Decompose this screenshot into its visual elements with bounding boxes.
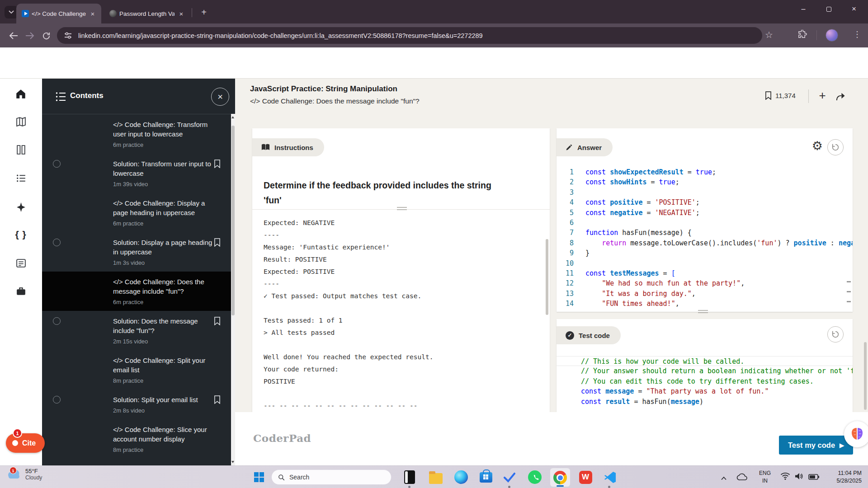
- window-maximize-button[interactable]: [818, 0, 839, 18]
- taskbar-app-dark[interactable]: [402, 470, 417, 484]
- windows-start-button[interactable]: [254, 472, 264, 482]
- bookmark-icon[interactable]: [214, 238, 221, 249]
- list-icon[interactable]: [10, 168, 31, 188]
- volume-icon[interactable]: [794, 472, 803, 482]
- contents-item-practice[interactable]: </> Code Challenge: Split your email lis…: [42, 350, 235, 389]
- language-indicator[interactable]: ENG IN: [756, 469, 774, 485]
- battery-icon[interactable]: [808, 474, 819, 482]
- clock[interactable]: 11:04 PM 5/28/2025: [836, 469, 862, 485]
- contents-close-button[interactable]: ×: [211, 88, 229, 106]
- test-my-code-button[interactable]: Test my code ▶: [779, 436, 853, 455]
- code-line[interactable]: // You can edit this code to try differe…: [557, 376, 853, 386]
- whatsapp-icon[interactable]: [528, 470, 542, 484]
- code-line[interactable]: 5const negative = 'NEGATIVE';: [557, 208, 853, 218]
- code-line[interactable]: 2const showHints = true;: [557, 177, 853, 187]
- tab-answer[interactable]: Answer: [557, 138, 613, 156]
- contents-item-video[interactable]: Solution: Display a page heading in uppe…: [42, 232, 235, 272]
- article-icon[interactable]: [10, 253, 31, 273]
- bookmark-icon[interactable]: [214, 317, 221, 327]
- code-line[interactable]: 1const showExpectedResult = true;: [557, 167, 853, 177]
- sparkle-icon[interactable]: [10, 197, 31, 217]
- bookmark-button[interactable]: 11,374: [765, 91, 796, 100]
- code-line[interactable]: 13 "It was a boring day.",: [557, 289, 853, 299]
- tab-close-icon[interactable]: ×: [177, 9, 185, 18]
- tray-chevron-up-icon[interactable]: [721, 474, 727, 482]
- cite-button[interactable]: Cite: [6, 433, 45, 453]
- contents-item-practice[interactable]: </> Code Challenge: Does the message inc…: [42, 272, 235, 311]
- code-line[interactable]: 8 return message.toLowerCase().includes(…: [557, 238, 853, 248]
- code-line[interactable]: 12 "We had so much fun at the party!",: [557, 278, 853, 288]
- code-line[interactable]: 11const testMessages = [: [557, 268, 853, 278]
- w-app-icon[interactable]: W: [578, 470, 593, 484]
- code-line[interactable]: // Your answer should return a boolean i…: [557, 366, 853, 376]
- code-braces-icon[interactable]: { }: [10, 224, 31, 245]
- resize-handle[interactable]: [397, 207, 407, 211]
- code-line[interactable]: const result = hasFun(message): [557, 397, 853, 407]
- tab-close-icon[interactable]: ×: [89, 9, 97, 18]
- scroll-down-arrow[interactable]: [231, 461, 234, 463]
- weather-widget[interactable]: 1 55°F Cloudy: [6, 467, 42, 481]
- tab-instructions[interactable]: Instructions: [252, 138, 324, 156]
- library-icon[interactable]: [10, 139, 31, 160]
- file-explorer-icon[interactable]: [429, 471, 443, 486]
- item-title: Solution: Does the message include "fun"…: [113, 316, 215, 335]
- back-button[interactable]: [7, 29, 20, 42]
- code-line[interactable]: 14 "FUN times ahead!",: [557, 299, 853, 309]
- contents-item-video[interactable]: Solution: Transform user input to lowerc…: [42, 154, 235, 193]
- briefcase-icon[interactable]: [10, 281, 31, 301]
- wifi-icon[interactable]: [780, 472, 790, 482]
- contents-item-video[interactable]: Solution: Split your email list2m 8s vid…: [42, 389, 235, 419]
- onedrive-cloud-icon[interactable]: [736, 472, 748, 483]
- bookmark-star-icon[interactable]: ☆: [765, 29, 773, 40]
- window-close-button[interactable]: ×: [844, 0, 864, 18]
- bookmark-icon[interactable]: [214, 160, 221, 170]
- code-line[interactable]: 10: [557, 258, 853, 268]
- test-code-editor[interactable]: // This is how your code will be called.…: [557, 356, 853, 412]
- site-settings-icon[interactable]: [64, 32, 72, 39]
- code-line[interactable]: // This is how your code will be called.: [557, 356, 853, 366]
- code-line[interactable]: const message = "That party was a lot of…: [557, 386, 853, 396]
- url-bar[interactable]: linkedin.com/learning/javascript-practic…: [57, 27, 762, 44]
- tab-test-code[interactable]: ✓ Test code: [557, 326, 621, 344]
- ai-assistant-button[interactable]: [844, 421, 868, 447]
- code-line[interactable]: 9}: [557, 248, 853, 258]
- forward-button[interactable]: [24, 29, 36, 42]
- contents-item-practice[interactable]: </> Code Challenge: Display a page headi…: [42, 193, 235, 232]
- contents-item-video[interactable]: Solution: Does the message include "fun"…: [42, 311, 235, 350]
- code-line[interactable]: 3: [557, 188, 853, 197]
- home-icon[interactable]: [10, 84, 31, 104]
- edge-icon[interactable]: [454, 470, 468, 484]
- instructions-scrollbar[interactable]: [546, 239, 548, 315]
- window-minimize-button[interactable]: –: [793, 0, 814, 18]
- editor-settings-button[interactable]: ⚙: [812, 140, 823, 152]
- code-line[interactable]: 7function hasFun(message) {: [557, 228, 853, 238]
- reload-button[interactable]: [40, 29, 52, 42]
- browser-profile-avatar[interactable]: [826, 29, 838, 42]
- taskbar-search[interactable]: Search: [271, 469, 392, 485]
- microsoft-store-icon[interactable]: [479, 469, 493, 483]
- contents-scrollbar[interactable]: [231, 114, 235, 465]
- vscode-icon[interactable]: [603, 470, 617, 484]
- browser-tab-active[interactable]: </> Code Challenge: Does the ×: [16, 4, 101, 23]
- code-line[interactable]: 6: [557, 218, 853, 228]
- new-tab-button[interactable]: +: [198, 6, 210, 18]
- extensions-icon[interactable]: [797, 30, 807, 41]
- todo-check-icon[interactable]: [502, 470, 517, 484]
- bookmark-icon[interactable]: [214, 395, 221, 406]
- browser-menu-icon[interactable]: ⋮: [852, 29, 863, 39]
- answer-code-editor[interactable]: 1const showExpectedResult = true;2const …: [557, 167, 853, 312]
- page-scrollbar[interactable]: [864, 342, 867, 410]
- reset-code-button[interactable]: [827, 139, 844, 155]
- map-icon[interactable]: [10, 111, 31, 132]
- browser-tab-inactive[interactable]: Password Length Validation ×: [104, 4, 190, 23]
- reset-test-code-button[interactable]: [827, 326, 844, 343]
- contents-item-practice[interactable]: </> Code Challenge: Transform user input…: [42, 114, 235, 154]
- chrome-active-highlight[interactable]: [550, 468, 570, 487]
- share-button[interactable]: [835, 92, 846, 103]
- scroll-up-arrow[interactable]: [231, 116, 234, 118]
- code-line[interactable]: 4const positive = 'POSITIVE';: [557, 197, 853, 207]
- scrollbar-thumb[interactable]: [231, 126, 235, 315]
- panel-resize-handle[interactable]: [698, 310, 708, 314]
- add-button[interactable]: +: [815, 89, 830, 103]
- contents-item-practice[interactable]: </> Code Challenge: Slice your account n…: [42, 419, 235, 459]
